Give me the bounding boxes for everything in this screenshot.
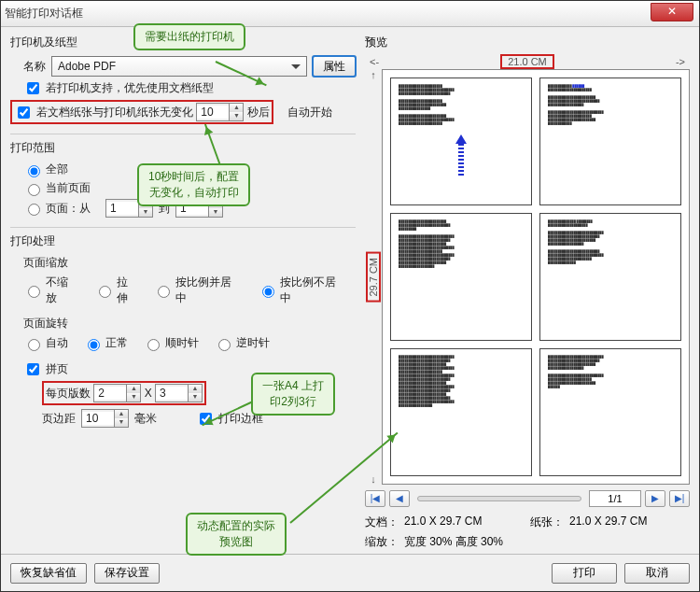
nav-last[interactable]: ▶|: [669, 490, 690, 507]
print-button[interactable]: 打印: [552, 563, 617, 584]
restore-defaults-button[interactable]: 恢复缺省值: [10, 563, 87, 584]
callout-printer: 需要出纸的打印机: [133, 23, 245, 50]
callout-preview: 动态配置的实际预览图: [186, 513, 287, 556]
cols-spinner[interactable]: 2▲▼: [93, 384, 141, 402]
chk-auto-start-label: 若文档纸张与打印机纸张无变化: [36, 105, 193, 120]
radio-pages[interactable]: [28, 204, 40, 216]
callout-a4: 一张A4 上打印2列3行: [251, 373, 335, 416]
rotate-label: 页面旋转: [23, 316, 356, 331]
preview-page: ████████████████████████████████████████…: [390, 78, 532, 205]
chk-doc-paper[interactable]: [27, 82, 39, 94]
timer-spinner[interactable]: 10▲▼: [196, 103, 244, 121]
scale-label: 页面缩放: [23, 255, 356, 271]
radio-current[interactable]: [28, 184, 40, 196]
preview-page: ████████████████████████████████████████…: [390, 213, 532, 341]
radio-rotate-normal[interactable]: [88, 339, 100, 351]
preview-page: ██████████████ █████████████████████████…: [539, 213, 681, 341]
per-page-label: 每页版数: [46, 386, 91, 402]
cancel-button[interactable]: 取消: [624, 563, 690, 584]
titlebar: 智能打印对话框 ✕: [1, 1, 699, 27]
nav-next[interactable]: ▶: [645, 490, 665, 507]
radio-scale-fit-center[interactable]: [158, 286, 170, 298]
radio-rotate-auto[interactable]: [28, 339, 40, 351]
chk-auto-start[interactable]: [18, 106, 30, 119]
rows-spinner[interactable]: 3▲▼: [155, 384, 203, 402]
page-indicator: 1/1: [589, 490, 641, 507]
radio-scale-stretch[interactable]: [99, 286, 111, 298]
margin-label: 页边距: [42, 411, 76, 427]
name-label: 名称: [23, 59, 46, 75]
radio-all[interactable]: [28, 165, 40, 177]
callout-timer: 10秒时间后，配置无变化，自动打印: [137, 163, 250, 206]
radio-rotate-ccw[interactable]: [218, 339, 231, 351]
nav-first[interactable]: |◀: [365, 490, 385, 507]
ruler-left: ↑ 29.7 CM ↓: [365, 69, 382, 485]
preview-page: ████████████████████████████████████████…: [539, 348, 681, 476]
chk-doc-paper-label: 若打印机支持，优先使用文档纸型: [46, 80, 214, 96]
margin-spinner[interactable]: 10▲▼: [81, 409, 129, 428]
chk-tile[interactable]: [27, 363, 39, 375]
properties-button[interactable]: 属性: [313, 56, 356, 77]
save-settings-button[interactable]: 保存设置: [94, 563, 160, 584]
nav-slider[interactable]: [417, 496, 581, 501]
pages-grid: ████████████████████████████████████████…: [382, 69, 690, 485]
footer: 恢复缺省值 保存设置 打印 取消: [1, 554, 699, 591]
radio-scale-none[interactable]: [28, 286, 40, 298]
close-button[interactable]: ✕: [651, 3, 693, 21]
preview-title: 预览: [365, 35, 690, 50]
width-dim: 21.0 CM: [500, 54, 554, 69]
print-dialog: 智能打印对话框 ✕ 需要出纸的打印机 10秒时间后，配置无变化，自动打印 一张A…: [0, 0, 700, 592]
preview-info: 文档：21.0 X 29.7 CM 纸张：21.0 X 29.7 CM 缩放：宽…: [365, 514, 690, 550]
ruler-top: <- 21.0 CM ->: [365, 54, 690, 69]
section-title: 打印处理: [10, 233, 356, 249]
auto-start-label: 自动开始: [287, 105, 332, 120]
radio-rotate-cw[interactable]: [147, 339, 160, 351]
height-dim: 29.7 CM: [366, 252, 381, 303]
preview-page: ████████████ ███████████████████████████…: [539, 78, 681, 205]
radio-scale-fit-nocenter[interactable]: [262, 286, 274, 298]
nav-prev[interactable]: ◀: [389, 490, 410, 507]
printer-combo[interactable]: Adobe PDF: [51, 56, 307, 77]
window-title: 智能打印对话框: [5, 6, 83, 21]
section-title: 打印范围: [10, 140, 356, 156]
preview-page: ████████████████████████████████████████…: [390, 348, 532, 476]
page-nav: |◀ ◀ 1/1 ▶ ▶|: [365, 490, 690, 507]
preview-panel: 预览 <- 21.0 CM -> ↑ 29.7 CM ↓ ███████████…: [365, 35, 690, 550]
